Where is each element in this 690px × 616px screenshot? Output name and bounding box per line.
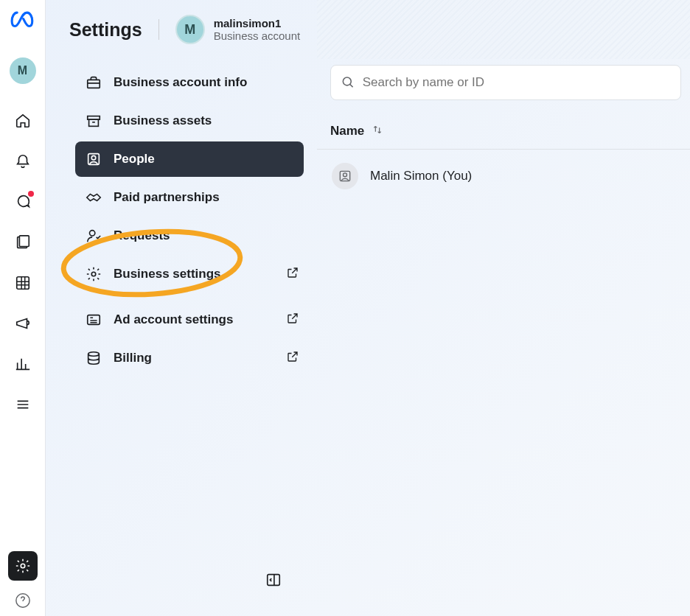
bell-icon[interactable] [14, 153, 32, 170]
account-avatar: M [175, 15, 205, 44]
megaphone-icon[interactable] [14, 315, 32, 332]
help-icon[interactable] [15, 592, 31, 609]
sidebar-item-label: Paid partnerships [114, 190, 220, 205]
briefcase-icon [86, 74, 102, 91]
sidebar-item-label: Business settings [114, 267, 221, 281]
svg-rect-7 [89, 119, 99, 126]
svg-point-16 [343, 77, 351, 85]
main-content: Name Malin Simon (You) [317, 0, 690, 616]
person-check-icon [86, 228, 102, 244]
person-avatar-icon [332, 163, 358, 189]
svg-point-13 [88, 352, 100, 357]
sidebar-item-label: Ad account settings [114, 312, 233, 327]
external-link-icon [286, 312, 299, 328]
sidebar-item-label: Business account info [114, 75, 247, 90]
search-input[interactable] [363, 75, 670, 90]
search-icon [341, 75, 355, 90]
billing-icon [86, 350, 102, 366]
home-icon[interactable] [14, 112, 32, 130]
account-type: Business account [214, 29, 301, 42]
sidebar-item-business-account-info[interactable]: Business account info [75, 65, 304, 100]
global-icon-rail: M [0, 0, 46, 616]
svg-point-11 [91, 272, 96, 276]
handshake-icon [86, 189, 102, 206]
sidebar-item-requests[interactable]: Requests [75, 218, 304, 253]
external-link-icon [286, 350, 299, 366]
svg-point-9 [91, 155, 96, 160]
sidebar-item-business-settings[interactable]: Business settings [75, 256, 304, 292]
settings-sidebar: Settings M malinsimon1 Business account … [46, 0, 317, 616]
sort-icon[interactable] [372, 124, 383, 139]
rail-avatar[interactable]: M [10, 57, 36, 84]
grid-icon[interactable] [14, 274, 32, 292]
svg-point-18 [344, 173, 347, 177]
search-box[interactable] [330, 65, 681, 100]
table-row[interactable]: Malin Simon (You) [317, 150, 690, 203]
chat-icon[interactable] [14, 193, 32, 211]
svg-rect-5 [88, 80, 100, 88]
insights-icon[interactable] [14, 355, 32, 373]
sidebar-item-paid-partnerships[interactable]: Paid partnerships [75, 180, 304, 215]
svg-point-10 [90, 231, 95, 236]
table-header: Name [317, 116, 690, 150]
gear-icon [86, 266, 102, 282]
external-link-icon [286, 266, 299, 282]
people-icon [86, 151, 102, 167]
sidebar-item-people[interactable]: People [75, 141, 304, 177]
sidebar-item-label: People [114, 152, 155, 167]
menu-icon[interactable] [14, 396, 32, 413]
svg-rect-14 [268, 575, 280, 586]
pages-icon[interactable] [14, 234, 32, 251]
sidebar-item-billing[interactable]: Billing [75, 340, 304, 376]
svg-rect-12 [88, 315, 100, 325]
svg-rect-2 [16, 277, 29, 290]
svg-rect-1 [19, 236, 29, 247]
page-title: Settings [69, 19, 142, 41]
account-name: malinsimon1 [214, 17, 301, 29]
sidebar-item-ad-account-settings[interactable]: Ad account settings [75, 302, 304, 337]
sidebar-item-business-assets[interactable]: Business assets [75, 103, 304, 139]
notification-badge [28, 191, 34, 197]
collapse-sidebar-icon[interactable] [265, 572, 282, 588]
account-selector[interactable]: M malinsimon1 Business account [175, 15, 301, 44]
sidebar-item-label: Business assets [114, 113, 212, 128]
sidebar-item-label: Requests [114, 228, 170, 243]
meta-logo-icon[interactable] [10, 7, 35, 35]
person-name: Malin Simon (You) [370, 169, 472, 183]
svg-point-3 [21, 564, 25, 568]
divider [158, 19, 159, 40]
sidebar-item-label: Billing [114, 351, 152, 365]
settings-gear-button[interactable] [8, 551, 38, 581]
column-header-name[interactable]: Name [330, 124, 364, 139]
archive-icon [86, 113, 102, 129]
card-icon [86, 312, 102, 328]
